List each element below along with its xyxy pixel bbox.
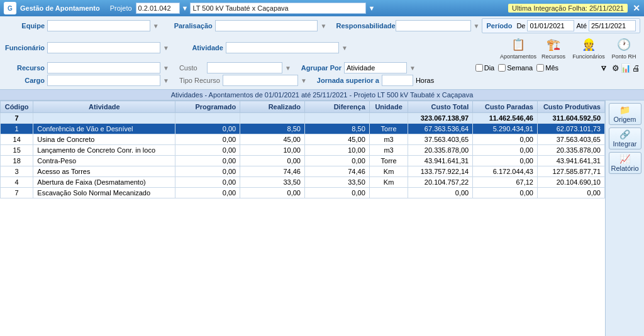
cell-diferenca: 45,00 [304,134,369,145]
check-row: Dia Semana Mês ⛛ ⚙ 📊 🖨 [475,63,640,73]
integracao-label: Ultima Integração Folha: 25/11/2021 [508,4,628,13]
custo-input[interactable] [207,62,282,73]
funcionario-input[interactable] [47,42,160,53]
cell-code: 1 [1,124,33,134]
recurso-input[interactable] [47,62,160,73]
de-input[interactable] [527,20,574,31]
cell-unidade: Km [369,177,408,188]
cell-realizado: 33,50 [240,177,305,188]
cell-atividade: Lançamento de Concreto Conr. in loco [33,145,175,156]
filter-row-3: Recurso ▼ Custo ▼ Agrupar Por ▼ Dia Sema… [4,62,640,73]
equipe-input[interactable] [47,20,150,31]
table-row[interactable]: 7Escavação Solo Normal Mecanizado0,000,0… [1,188,605,198]
cell-programado: 0,00 [175,145,240,156]
origem-icon: 📁 [619,105,630,115]
cell-custo-total: 43.941.641,31 [408,156,473,166]
jornada-input[interactable] [382,75,413,86]
cell-custo-paradas: 0,00 [473,134,538,145]
custo-label: Custo [179,64,204,72]
th-custo-paradas: Custo Paradas [473,101,538,113]
equipe-label: Equipe [4,22,45,30]
funcionarios-button[interactable]: 👷 Funcionários [572,35,605,61]
dia-checkbox[interactable] [475,64,483,72]
th-unidade: Unidade [369,101,408,113]
mes-checkbox[interactable] [536,64,544,72]
apontamentos-button[interactable]: 📋 Apontamentos [502,35,535,61]
cell-realizado: 74,46 [240,166,305,177]
filter-area: Equipe ▼ Paralisação ▼ Responsabilidade … [0,16,644,90]
cell-realizado: 0,00 [240,156,305,166]
cell-custo-produtivas: 20.104.690,10 [537,177,604,188]
cell-unidade: m3 [369,134,408,145]
cell-custo-paradas: 11.462.546,46 [473,113,538,124]
cell-atividade: Usina de Concreto [33,134,175,145]
integrar-icon: 🔗 [619,129,630,139]
table-row[interactable]: 18Contra-Peso0,000,000,00Torre43.941.641… [1,156,605,166]
cell-code: 14 [1,134,33,145]
tipo-recurso-input[interactable] [223,75,298,86]
cell-custo-produtivas: 37.563.403,65 [537,134,604,145]
funcionarios-icon: 👷 [580,36,597,53]
ate-input[interactable] [589,20,636,31]
relatorio-label: Relatório [611,165,638,172]
cell-programado: 0,00 [175,166,240,177]
ponto-rh-button[interactable]: 🕐 Ponto RH [608,35,640,61]
data-table-wrapper[interactable]: Código Atividade Programado Realizado Di… [0,100,605,336]
close-button[interactable]: ✕ [633,3,640,13]
paralisacao-input[interactable] [215,20,318,31]
cell-diferenca: 0,00 [304,156,369,166]
cell-atividade: Acesso as Torres [33,166,175,177]
title-bar: G Gestão de Apontamento Projeto ▼ ▼ Ulti… [0,0,644,16]
print-icon[interactable]: 🖨 [632,63,640,73]
table-row[interactable]: 15Lançamento de Concreto Conr. in loco0,… [1,145,605,156]
ate-label: Até [576,22,587,30]
filter-icon[interactable]: ⛛ [600,63,608,73]
table-row[interactable]: 1Conferência de Vão e Desnível0,008,508,… [1,124,605,134]
periodo-label: Período [486,22,512,30]
th-diferenca: Diferença [304,101,369,113]
cell-code: 4 [1,177,33,188]
table-row[interactable]: 7323.067.138,9711.462.546,46311.604.592,… [1,113,605,124]
projeto-name-input[interactable] [190,3,366,14]
cell-unidade: m3 [369,145,408,156]
cell-custo-total: 323.067.138,97 [408,113,473,124]
cell-custo-produtivas: 127.585.877,71 [537,166,604,177]
cell-code: 15 [1,145,33,156]
cell-custo-produtivas: 62.073.101,73 [537,124,604,134]
cell-code: 7 [1,113,33,124]
cell-atividade: Abertura de Faixa (Desmatamento) [33,177,175,188]
responsabilidade-input[interactable] [396,20,471,31]
settings-icon[interactable]: ⚙ [612,63,619,73]
tipo-recurso-label: Tipo Recurso [179,77,220,84]
cell-custo-produtivas: 311.604.592,50 [537,113,604,124]
table-row[interactable]: 14Usina de Concreto0,0045,0045,00m337.56… [1,134,605,145]
cell-code: 3 [1,166,33,177]
export-icon[interactable]: 📊 [621,63,631,73]
atividade-input[interactable] [226,42,339,53]
integrar-button[interactable]: 🔗 Integrar [609,127,641,149]
filter-row-1: Equipe ▼ Paralisação ▼ Responsabilidade … [4,18,640,33]
cell-diferenca: 8,50 [304,124,369,134]
semana-label: Semana [507,64,533,72]
cell-custo-total: 133.757.922,14 [408,166,473,177]
cargo-input[interactable] [47,75,160,86]
th-realizado: Realizado [240,101,305,113]
app-title: Gestão de Apontamento [20,4,100,12]
relatorio-button[interactable]: 📈 Relatório [609,152,641,174]
origem-button[interactable]: 📁 Origem [609,103,641,125]
app-logo: G [4,2,16,14]
recursos-button[interactable]: 🏗️ Recursos [537,35,570,61]
cell-diferenca: 33,50 [304,177,369,188]
subtitle-bar: Atividades - Apontamentos de 01/01/2021 … [0,90,644,100]
cell-atividade: Escavação Solo Normal Mecanizado [33,188,175,198]
cell-custo-paradas: 67,12 [473,177,538,188]
table-row[interactable]: 3Acesso as Torres0,0074,4674,46Km133.757… [1,166,605,177]
cell-unidade: Km [369,166,408,177]
cell-code: 18 [1,156,33,166]
semana-checkbox[interactable] [498,64,506,72]
table-row[interactable]: 4Abertura de Faixa (Desmatamento)0,0033,… [1,177,605,188]
projeto-code-input[interactable] [136,3,180,14]
agrupar-por-input[interactable] [344,62,407,73]
cell-realizado: 45,00 [240,134,305,145]
toolbar-icons: ⛛ ⚙ 📊 🖨 [600,63,640,73]
